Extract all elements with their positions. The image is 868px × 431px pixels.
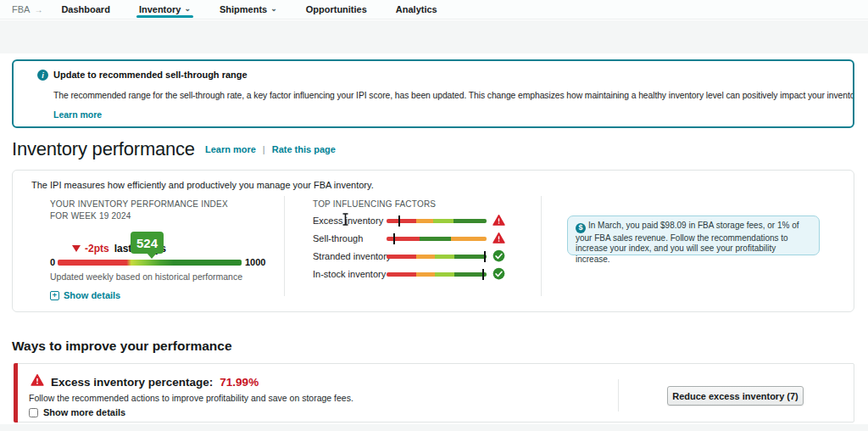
column-divider	[284, 196, 285, 296]
factor-range-bar	[387, 272, 487, 277]
nav-tab-label: Opportunities	[306, 4, 367, 14]
factor-marker	[393, 233, 395, 244]
storage-fee-tip: $In March, you paid $98.09 in FBA storag…	[567, 216, 820, 255]
factor-marker	[482, 269, 484, 280]
factor-marker	[398, 216, 400, 227]
update-banner: i Update to recommended sell-through ran…	[12, 59, 854, 128]
check-icon	[492, 267, 505, 280]
factor-label: In-stock inventory	[313, 269, 386, 279]
nav-brand[interactable]: FBA	[12, 4, 30, 14]
show-details-label: Show details	[64, 290, 120, 300]
nav-tab-label: Analytics	[396, 4, 437, 14]
nav-tab-dashboard[interactable]: Dashboard	[61, 0, 109, 19]
text-cursor-pointer	[342, 213, 349, 229]
show-more-details-label: Show more details	[43, 407, 125, 417]
ipi-intro: The IPI measures how efficiently and pro…	[31, 180, 374, 190]
warning-icon	[492, 232, 505, 244]
tip-text: In March, you paid $98.09 in FBA storage…	[576, 221, 798, 264]
ipi-delta-value: -2pts	[85, 243, 109, 255]
banner-body: The recommended range for the sell-throu…	[53, 91, 854, 100]
learn-more-link[interactable]: Learn more	[205, 144, 256, 154]
factor-row: Sell-through	[313, 232, 533, 246]
dollar-icon: $	[576, 223, 586, 233]
rate-this-page-link[interactable]: Rate this page	[272, 144, 336, 154]
chevron-down-icon: ⌄	[270, 4, 277, 13]
factor-label: Stranded inventory	[313, 251, 391, 261]
ipi-week-label: FOR WEEK 19 2024	[50, 211, 131, 221]
factor-marker	[484, 251, 486, 262]
trend-down-icon	[72, 245, 81, 252]
chevron-down-icon: ⌄	[184, 4, 191, 13]
nav-tab-label: Dashboard	[61, 4, 109, 14]
banner-learn-more-link[interactable]: Learn more	[53, 109, 102, 120]
reduce-excess-inventory-button[interactable]: Reduce excess inventory (7)	[667, 386, 804, 406]
factor-range-bar	[387, 255, 487, 259]
link-separator: |	[263, 144, 265, 154]
warning-icon	[492, 214, 505, 227]
alert-divider	[618, 379, 619, 411]
factors-title: TOP INFLUENCING FACTORS	[313, 199, 436, 209]
breadcrumb-arrow-icon: →	[34, 5, 42, 14]
page-title: Inventory performance	[12, 138, 195, 160]
alert-value: 71.99%	[220, 376, 259, 389]
page-background-band	[0, 20, 868, 53]
show-details-link[interactable]: + Show details	[50, 290, 120, 300]
nav-tab-shipments[interactable]: Shipments ⌄	[220, 0, 277, 19]
excess-inventory-alert-card: Excess inventory percentage: 71.99% Foll…	[14, 363, 854, 423]
ipi-scale-bar	[58, 260, 242, 266]
column-divider	[541, 196, 542, 296]
check-icon	[492, 249, 505, 262]
alert-body: Follow the recommended actions to improv…	[29, 393, 353, 403]
warning-icon	[31, 373, 44, 390]
ipi-update-note: Updated weekly based on historical perfo…	[50, 271, 242, 282]
page-bottom-band	[0, 424, 868, 431]
factor-label: Sell-through	[313, 233, 363, 243]
factor-range-bar	[387, 237, 487, 241]
ipi-scale-max: 1000	[245, 257, 265, 267]
alert-head: Excess inventory percentage: 71.99%	[31, 373, 259, 390]
show-more-details-control[interactable]: Show more details	[29, 407, 125, 417]
ipi-index-title: YOUR INVENTORY PERFORMANCE INDEX	[50, 199, 228, 209]
factor-range-bar	[387, 219, 487, 223]
info-icon: i	[37, 70, 48, 81]
nav-tab-label: Inventory	[139, 4, 181, 14]
ipi-score-badge: 524	[131, 232, 164, 254]
nav-tab-inventory[interactable]: Inventory ⌄	[139, 0, 191, 19]
improve-section-title: Ways to improve your performance	[12, 339, 232, 354]
factor-row: In-stock inventory	[313, 268, 533, 282]
ipi-score-pointer	[147, 253, 157, 259]
top-nav: FBA → Dashboard Inventory ⌄ Shipments ⌄ …	[0, 0, 868, 20]
expand-icon: +	[50, 291, 59, 300]
ipi-card: The IPI measures how efficiently and pro…	[12, 170, 854, 312]
nav-tab-analytics[interactable]: Analytics	[396, 0, 437, 19]
banner-title: Update to recommended sell-through range	[53, 70, 248, 80]
alert-title: Excess inventory percentage:	[51, 376, 213, 389]
nav-tab-opportunities[interactable]: Opportunities	[306, 0, 367, 19]
show-more-details-checkbox[interactable]	[29, 408, 38, 417]
nav-tab-label: Shipments	[220, 4, 267, 14]
nav-tabs: Dashboard Inventory ⌄ Shipments ⌄ Opport…	[61, 0, 465, 19]
page-head: Inventory performance Learn more | Rate …	[12, 138, 336, 160]
factor-row: Stranded inventory	[313, 250, 533, 264]
alert-red-stripe	[14, 363, 18, 423]
ipi-scale-min: 0	[50, 257, 55, 267]
